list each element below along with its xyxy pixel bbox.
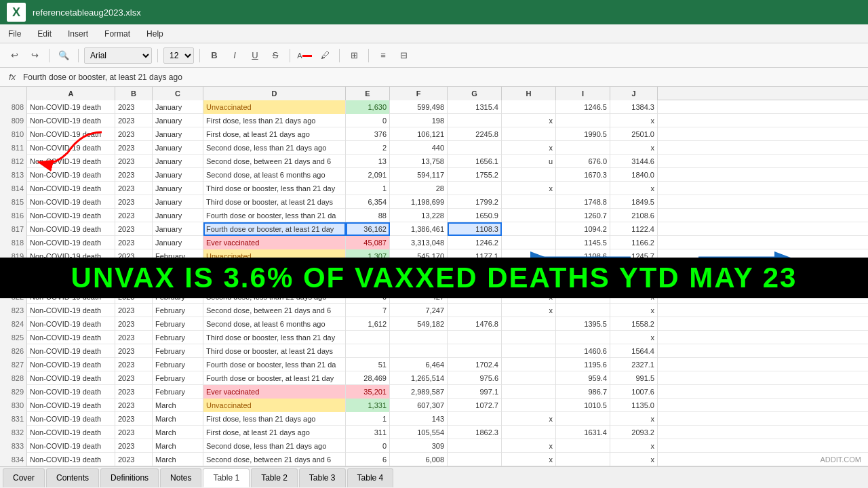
table-row[interactable]: 810Non-COVID-19 death2023JanuaryFirst do…: [0, 127, 868, 141]
toolbar-separator-5: [290, 49, 290, 62]
table-row[interactable]: 818Non-COVID-19 death2023JanuaryEver vac…: [0, 236, 868, 249]
strikethrough-button[interactable]: S: [267, 47, 284, 64]
formula-icon: fx: [5, 72, 19, 82]
banner-overlay: UNVAX IS 3.6% OF VAXXED DEATHS YTD MAY 2…: [0, 258, 868, 298]
tab-definitions[interactable]: Definitions: [100, 468, 159, 487]
table-row[interactable]: 812Non-COVID-19 death2023JanuarySecond d…: [0, 155, 868, 168]
search-button[interactable]: 🔍: [55, 47, 73, 64]
row-num-header: [0, 87, 27, 100]
table-row[interactable]: 826Non-COVID-19 death2023FebruaryThird d…: [0, 344, 868, 358]
toolbar: ↩ ↪ 🔍 Arial 12 B I U S A 🖊 ⊞ ≡ ⊟: [0, 43, 868, 68]
highlight-button[interactable]: 🖊: [316, 47, 334, 64]
col-header-h[interactable]: H: [502, 87, 556, 100]
table-row[interactable]: 815Non-COVID-19 death2023JanuaryThird do…: [0, 195, 868, 209]
sheet-tabs: Cover Contents Definitions Notes Table 1…: [0, 466, 868, 488]
align-button[interactable]: ≡: [374, 47, 392, 64]
table-row[interactable]: 831Non-COVID-19 death2023MarchFirst dose…: [0, 412, 868, 426]
col-header-a[interactable]: A: [27, 87, 115, 100]
app-icon: X: [7, 3, 26, 22]
toolbar-separator-4: [199, 49, 200, 62]
toolbar-separator-3: [157, 49, 158, 62]
table-row[interactable]: 827Non-COVID-19 death2023FebruaryFourth …: [0, 358, 868, 371]
table-row[interactable]: 811Non-COVID-19 death2023JanuarySecond d…: [0, 141, 868, 155]
tab-cover[interactable]: Cover: [3, 468, 45, 487]
col-header-d[interactable]: D: [203, 87, 346, 100]
menu-edit[interactable]: Edit: [35, 28, 54, 40]
col-header-g[interactable]: G: [448, 87, 502, 100]
font-color-button[interactable]: A: [296, 47, 313, 64]
banner-text: UNVAX IS 3.6% OF VAXXED DEATHS YTD MAY 2…: [71, 262, 797, 294]
table-row[interactable]: 817Non-COVID-19 death2023JanuaryFourth d…: [0, 222, 868, 236]
tab-table4[interactable]: Table 4: [347, 468, 394, 487]
col-header-b[interactable]: B: [115, 87, 153, 100]
table-row[interactable]: 829Non-COVID-19 death2023FebruaryEver va…: [0, 385, 868, 399]
column-headers: A B C D E F G H I J: [0, 87, 868, 100]
col-header-e[interactable]: E: [346, 87, 390, 100]
font-select[interactable]: Arial: [84, 47, 152, 64]
menu-help[interactable]: Help: [144, 28, 166, 40]
tab-contents[interactable]: Contents: [46, 468, 99, 487]
formula-content: Fourth dose or booster, at least 21 days…: [23, 73, 863, 82]
table-row[interactable]: 823Non-COVID-19 death2023FebruarySecond …: [0, 304, 868, 317]
borders-button[interactable]: ⊞: [345, 47, 363, 64]
title-bar: X referencetableaug2023.xlsx: [0, 0, 868, 24]
tab-table2[interactable]: Table 2: [251, 468, 298, 487]
file-name: referencetableaug2023.xlsx: [33, 7, 141, 18]
menu-insert[interactable]: Insert: [65, 28, 91, 40]
undo-button[interactable]: ↩: [5, 47, 23, 64]
table-row[interactable]: 809Non-COVID-19 death2023JanuaryFirst do…: [0, 114, 868, 127]
table-row[interactable]: 808Non-COVID-19 death2023JanuaryUnvaccin…: [0, 100, 868, 114]
toolbar-separator-6: [339, 49, 340, 62]
table-row[interactable]: 816Non-COVID-19 death2023JanuaryFourth d…: [0, 209, 868, 222]
tab-notes[interactable]: Notes: [160, 468, 201, 487]
toolbar-separator-1: [49, 49, 50, 62]
col-header-j[interactable]: J: [610, 87, 658, 100]
bold-button[interactable]: B: [205, 47, 223, 64]
table-row[interactable]: 824Non-COVID-19 death2023FebruarySecond …: [0, 317, 868, 331]
col-header-i[interactable]: I: [556, 87, 610, 100]
table-row[interactable]: 830Non-COVID-19 death2023MarchUnvaccinat…: [0, 399, 868, 412]
col-header-f[interactable]: F: [390, 87, 448, 100]
table-row[interactable]: 813Non-COVID-19 death2023JanuarySecond d…: [0, 168, 868, 182]
table-row[interactable]: 834Non-COVID-19 death2023MarchSecond dos…: [0, 453, 868, 466]
menu-format[interactable]: Format: [102, 28, 133, 40]
menu-file[interactable]: File: [5, 28, 24, 40]
table-row[interactable]: 832Non-COVID-19 death2023MarchFirst dose…: [0, 426, 868, 439]
menu-bar: File Edit Insert Format Help: [0, 24, 868, 43]
table-row[interactable]: 828Non-COVID-19 death2023FebruaryFourth …: [0, 371, 868, 385]
merge-button[interactable]: ⊟: [395, 47, 412, 64]
watermark: ADDIT.COM: [821, 455, 862, 464]
formula-bar: fx Fourth dose or booster, at least 21 d…: [0, 68, 868, 87]
tab-table3[interactable]: Table 3: [299, 468, 346, 487]
underline-button[interactable]: U: [246, 47, 264, 64]
redo-button[interactable]: ↪: [26, 47, 43, 64]
toolbar-separator-2: [78, 49, 79, 62]
table-row[interactable]: 814Non-COVID-19 death2023JanuaryThird do…: [0, 182, 868, 195]
table-row[interactable]: 825Non-COVID-19 death2023FebruaryThird d…: [0, 331, 868, 344]
col-header-c[interactable]: C: [153, 87, 203, 100]
table-row[interactable]: 833Non-COVID-19 death2023MarchSecond dos…: [0, 439, 868, 453]
italic-button[interactable]: I: [226, 47, 243, 64]
tab-table1[interactable]: Table 1: [203, 468, 250, 487]
toolbar-separator-7: [368, 49, 369, 62]
font-size-select[interactable]: 12: [163, 47, 194, 64]
